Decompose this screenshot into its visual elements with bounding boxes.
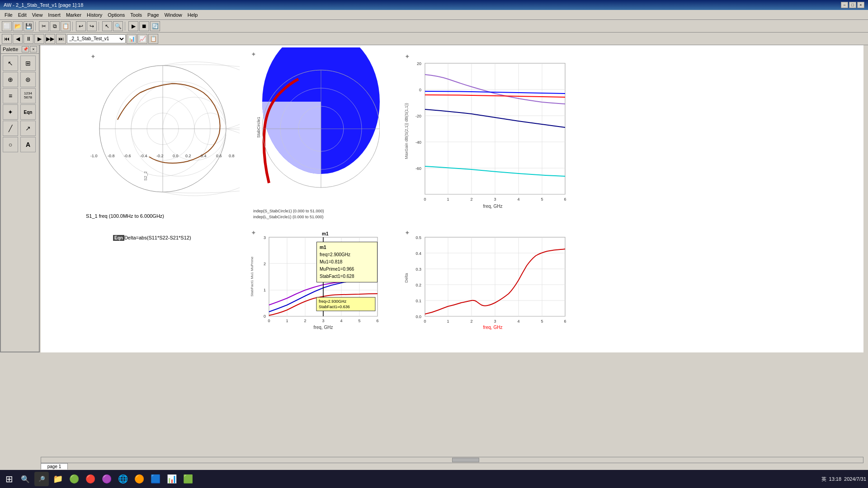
stop-btn[interactable]: ⏹ [139,21,149,31]
copy-btn[interactable]: ⧉ [50,21,60,31]
svg-text:3: 3 [264,235,266,240]
menu-options[interactable]: Options [105,11,127,19]
palette: Palette 📌 × ↖ ⊞ ⊕ ⊛ ≡ 12345678 ✦ Eqn ╱ ↗… [0,45,40,352]
close-button[interactable]: × [857,2,864,8]
app1-btn[interactable]: 🟢 [67,472,81,486]
app7-btn[interactable]: 📊 [165,472,179,486]
m1-label: m1 [320,244,374,251]
play-btn[interactable]: ▶ [128,21,138,31]
play2-btn[interactable]: ▶ [34,34,44,44]
app8-btn[interactable]: 🟩 [181,472,195,486]
undo-btn[interactable]: ↩ [76,21,86,31]
first-btn[interactable]: ⏮ [2,34,12,44]
palette-star[interactable]: ✦ [3,104,18,120]
titlebar-title: AW - 2_1_Stab_Test_v1 [page 1]:18 [4,2,83,8]
svg-text:m1: m1 [322,231,329,236]
svg-text:0.2: 0.2 [185,154,191,158]
minimize-button[interactable]: − [841,2,848,8]
eqn-label: Eqn [113,235,124,241]
app4-btn[interactable]: 🌐 [116,472,130,486]
svg-text:✦: ✦ [251,229,256,236]
stop2-btn[interactable]: ⏸ [24,34,33,44]
toolbar2: ⏮ ◀ ⏸ ▶ ▶▶ ⏭ _2_1_Stab_Test_v1 📊 📈 📋 [0,33,868,45]
palette-diag[interactable]: ╱ [3,121,18,136]
menu-history[interactable]: History [84,11,105,19]
palette-num[interactable]: 12345678 [20,88,36,103]
app6-btn[interactable]: 🟦 [148,472,163,486]
eqn-text: Delta=abs(S11*S22-S21*S12) [124,235,191,240]
svg-text:20: 20 [417,61,421,66]
svg-text:0.0: 0.0 [173,154,179,158]
new-btn[interactable]: ⬜ [2,21,12,31]
palette-eqn[interactable]: Eqn [20,104,36,120]
svg-text:S2_2: S2_2 [143,171,148,181]
taskbar-left: ⊞ 🔍 🔎 📁 🟢 🔴 🟣 🌐 🟠 🟦 📊 🟩 [2,472,195,486]
palette-circle2[interactable]: ⊛ [20,72,36,87]
palette-arrow[interactable]: ↗ [20,121,36,136]
svg-text:0.5: 0.5 [415,235,421,240]
maximize-button[interactable]: □ [849,2,856,8]
menu-insert[interactable]: Insert [45,11,63,19]
palette-circle1[interactable]: ⊕ [3,72,18,87]
svg-text:1: 1 [286,319,288,323]
menu-edit[interactable]: Edit [15,11,29,19]
palette-lines[interactable]: ≡ [3,88,18,103]
search-icon-tb[interactable]: 🔎 [34,472,49,486]
palette-grid[interactable]: ⊞ [20,56,36,71]
palette-oval[interactable]: ○ [3,137,18,152]
cut-btn[interactable]: ✂ [39,21,49,31]
palette-close[interactable]: × [30,46,37,52]
refresh-btn[interactable]: 🔄 [150,21,160,31]
titlebar: AW - 2_1_Stab_Test_v1 [page 1]:18 − □ × [0,0,868,10]
menu-view[interactable]: View [29,11,46,19]
last-btn[interactable]: ⏭ [56,34,66,44]
app2-btn[interactable]: 🔴 [83,472,98,486]
open-btn[interactable]: 📂 [13,21,23,31]
menu-window[interactable]: Window [162,11,185,19]
menu-tools[interactable]: Tools [127,11,145,19]
palette-select[interactable]: ↖ [3,56,18,71]
table-btn[interactable]: 📋 [148,34,158,44]
hscrollbar[interactable] [41,457,863,463]
app3-btn[interactable]: 🟣 [99,472,114,486]
measure-btn[interactable]: 📊 [127,34,137,44]
page-tab-label: page 1 [47,464,61,469]
svg-text:0.4: 0.4 [201,154,207,158]
svg-text:6: 6 [376,319,378,323]
svg-text:MaxGain dB(S(2,1)) dB(S(1,1)): MaxGain dB(S(2,1)) dB(S(1,1)) [404,103,409,159]
svg-text:3: 3 [494,319,496,324]
file-explorer-btn[interactable]: 📁 [51,472,65,486]
svg-text:StabCircle1: StabCircle1 [256,117,261,138]
pointer-btn[interactable]: ↖ [102,21,112,31]
menubar: FileEditViewInsertMarkerHistoryOptionsTo… [0,10,868,20]
toolbar1: ⬜ 📂 💾 ✂ ⧉ 📋 ↩ ↪ ↖ 🔍 ▶ ⏹ 🔄 [0,20,868,33]
menu-file[interactable]: File [2,11,15,19]
menu-marker[interactable]: Marker [63,11,84,19]
menu-page[interactable]: Page [145,11,162,19]
svg-text:0.2: 0.2 [415,283,421,287]
svg-text:Delta: Delta [404,273,409,282]
palette-pin[interactable]: 📌 [22,46,29,52]
save-btn[interactable]: 💾 [24,21,33,31]
redo-btn[interactable]: ↪ [87,21,97,31]
next-btn[interactable]: ▶▶ [45,34,55,44]
svg-text:6: 6 [564,319,566,324]
paste-btn[interactable]: 📋 [61,21,71,31]
zoom-btn[interactable]: 🔍 [113,21,123,31]
menu-help[interactable]: Help [185,11,201,19]
graph-btn[interactable]: 📈 [137,34,147,44]
simulation-dropdown[interactable]: _2_1_Stab_Test_v1 [67,34,126,43]
svg-text:indep(S_StabCircle1) (0.000 to: indep(S_StabCircle1) (0.000 to 51.000) [253,209,324,213]
palette-text[interactable]: A [20,137,36,152]
search-button[interactable]: 🔍 [18,472,33,486]
svg-text:0.0: 0.0 [415,314,421,319]
prev-btn[interactable]: ◀ [13,34,23,44]
svg-text:4: 4 [517,197,519,202]
page-tab[interactable]: page 1 [41,463,68,469]
app5-btn[interactable]: 🟠 [132,472,146,486]
titlebar-controls: − □ × [841,2,864,8]
svg-text:6: 6 [564,197,566,202]
svg-text:indep(L_StabCircle1) (0.000 to: indep(L_StabCircle1) (0.000 to 51.000) [253,215,324,219]
h-scrollbar-thumb[interactable] [452,458,479,462]
start-button[interactable]: ⊞ [2,472,16,486]
